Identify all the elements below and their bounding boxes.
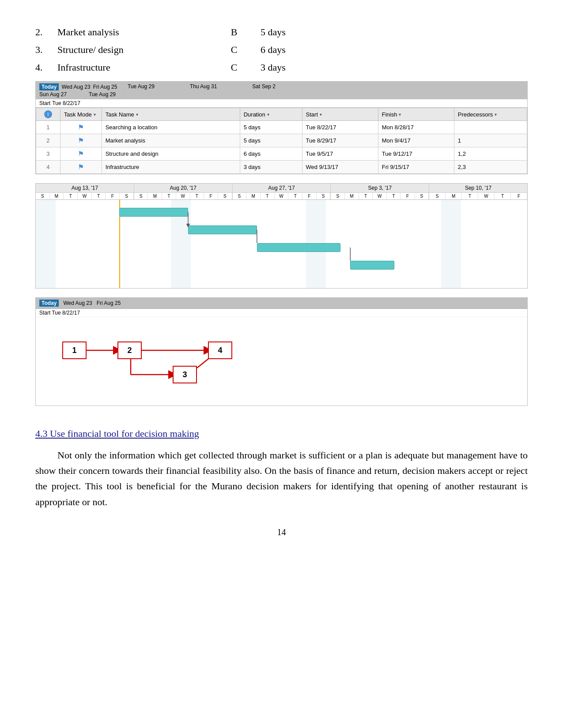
row-taskname-1: Searching a location [102, 121, 240, 134]
list-item-2: 2. Market analysis B 5 days [35, 26, 528, 38]
network-date-0: Wed Aug 23 [63, 300, 92, 306]
list-duration-3: 6 days [261, 44, 286, 56]
row-icon-4: ⚑ [60, 161, 102, 174]
week-days-0: S M T W T F S [36, 193, 134, 199]
week-days-2: S M T W T F S [233, 193, 331, 199]
day-4-2: T [462, 193, 478, 199]
week-label-0: Aug 13, '17 [36, 184, 134, 193]
day-3-1: M [345, 193, 359, 199]
row-duration-4: 3 days [240, 161, 302, 174]
numbered-list: 2. Market analysis B 5 days 3. Structure… [35, 26, 528, 73]
table-row-3: 3 ⚑ Structure and design 6 days Tue 9/5/… [36, 147, 527, 161]
finish-sort-icon[interactable]: ▾ [399, 112, 401, 117]
pred-sort-icon[interactable]: ▾ [495, 112, 497, 117]
node-1-label: 1 [72, 346, 76, 355]
th-predecessors[interactable]: Predecessors ▾ [454, 108, 527, 121]
week-days-1: S M T W T F S [134, 193, 232, 199]
task-mode-icon-4: ⚑ [78, 163, 84, 171]
th-taskname[interactable]: Task Name ▾ [102, 108, 240, 121]
start-date: Tue 8/22/17 [52, 100, 80, 106]
row-icon-1: ⚑ [60, 121, 102, 134]
gantt-bar-1[interactable] [119, 208, 188, 217]
day-2-0: S [233, 193, 247, 199]
header-date-1: Fri Aug 25 [93, 84, 117, 90]
page-number: 14 [35, 527, 528, 537]
row-start-4: Wed 9/13/17 [302, 161, 378, 174]
gantt-bar-3[interactable] [257, 243, 340, 252]
list-duration-2: 5 days [261, 26, 286, 38]
day-4-1: M [446, 193, 462, 199]
section-43: 4.3 Use financial tool for decision maki… [35, 428, 528, 510]
row-num-3: 3 [36, 147, 60, 161]
row-taskname-4: Infrastructure [102, 161, 240, 174]
row-finish-2: Mon 9/4/17 [378, 134, 454, 147]
list-num-2: 2. [35, 26, 57, 38]
task-mode-icon-1: ⚑ [78, 124, 84, 131]
row-num-1: 1 [36, 121, 60, 134]
row-pred-3: 1,2 [454, 147, 527, 161]
list-num-4: 4. [35, 62, 57, 73]
duration-sort-icon[interactable]: ▾ [267, 112, 269, 117]
day-1-0: S [134, 193, 148, 199]
row-icon-3: ⚑ [60, 147, 102, 161]
row-finish-3: Tue 9/12/17 [378, 147, 454, 161]
network-diagram: Today Wed Aug 23 Fri Aug 25 Start Tue 8/… [35, 297, 528, 406]
task-mode-icon-2: ⚑ [78, 137, 84, 144]
network-start-label: Start [39, 310, 50, 316]
th-duration[interactable]: Duration ▾ [240, 108, 302, 121]
day-3-3: W [373, 193, 387, 199]
week-label-3: Sep 3, '17 [331, 184, 429, 193]
gantt-chart: Aug 13, '17 S M T W T F S Aug 20, '17 S … [35, 183, 528, 289]
row-taskname-2: Market analysis [102, 134, 240, 147]
day-1-1: M [148, 193, 162, 199]
gantt-bar-2[interactable] [188, 225, 257, 234]
day-4-0: S [429, 193, 446, 199]
node-1: 1 [62, 341, 87, 359]
table-row-1: 1 ⚑ Searching a location 5 days Tue 8/22… [36, 121, 527, 134]
info-icon: i [44, 110, 52, 118]
row-num-2: 2 [36, 134, 60, 147]
day-2-5: F [302, 193, 317, 199]
list-item-3: 3. Structure/ design C 6 days [35, 44, 528, 56]
th-finish[interactable]: Finish ▾ [378, 108, 454, 121]
th-start[interactable]: Start ▾ [302, 108, 378, 121]
node-3: 3 [173, 366, 197, 383]
taskname-sort-icon[interactable]: ▾ [136, 112, 138, 117]
row-start-2: Tue 8/29/17 [302, 134, 378, 147]
day-0-5: F [106, 193, 120, 199]
row-taskname-3: Structure and design [102, 147, 240, 161]
day-1-2: T [162, 193, 176, 199]
list-code-2: B [208, 26, 261, 38]
list-label-3: Structure/ design [57, 44, 208, 56]
start-sort-icon[interactable]: ▾ [320, 112, 322, 117]
day-1-5: F [204, 193, 218, 199]
week-days-4: S M T W T F [429, 193, 527, 199]
day-3-2: T [359, 193, 373, 199]
row-duration-1: 5 days [240, 121, 302, 134]
list-duration-4: 3 days [261, 62, 286, 73]
list-num-3: 3. [35, 44, 57, 56]
node-2: 2 [117, 341, 142, 359]
th-info: i [36, 108, 60, 121]
day-3-0: S [331, 193, 345, 199]
header-date-2: Sun Aug 27 [39, 91, 67, 98]
taskmode-sort-icon[interactable]: ▾ [94, 112, 96, 117]
task-table: i Task Mode ▾ Task Name ▾ Durat [36, 108, 527, 174]
day-3-5: F [401, 193, 415, 199]
network-svg [36, 317, 527, 405]
row-finish-1: Mon 8/28/17 [378, 121, 454, 134]
task-mode-icon-3: ⚑ [78, 150, 84, 158]
section-43-heading: 4.3 Use financial tool for decision maki… [35, 428, 528, 439]
th-start-label: Start [306, 111, 318, 118]
row-start-1: Tue 8/22/17 [302, 121, 378, 134]
row-start-3: Tue 9/5/17 [302, 147, 378, 161]
node-4-label: 4 [218, 346, 222, 355]
day-0-2: T [64, 193, 78, 199]
day-2-4: T [288, 193, 302, 199]
th-taskmode[interactable]: Task Mode ▾ [60, 108, 102, 121]
week-days-3: S M T W T F S [331, 193, 429, 199]
row-pred-2: 1 [454, 134, 527, 147]
day-1-4: T [190, 193, 204, 199]
gantt-bar-4[interactable] [350, 261, 394, 270]
day-0-3: W [78, 193, 92, 199]
